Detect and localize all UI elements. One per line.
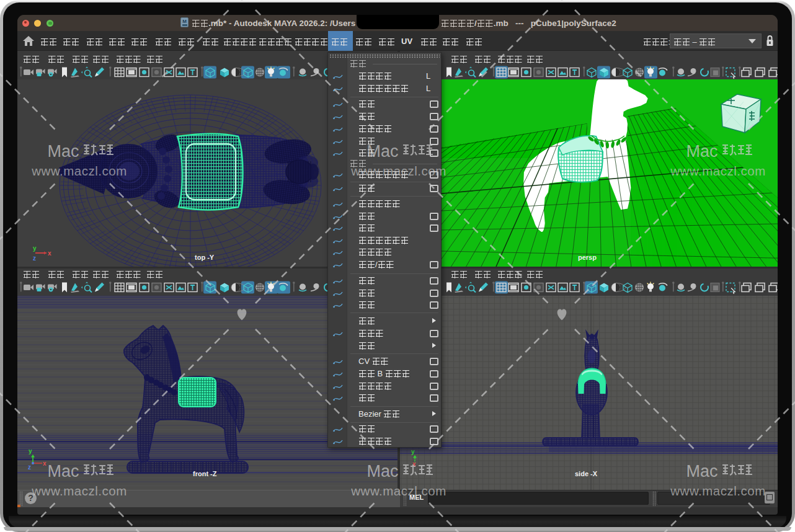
svg-text:side -X: side -X [575, 470, 598, 477]
svg-text:persp: persp [578, 254, 597, 261]
svg-text:y: y [33, 245, 37, 252]
svg-text:z: z [33, 255, 36, 262]
svg-text:y: y [411, 448, 415, 455]
svg-text:top -Y: top -Y [195, 254, 215, 261]
svg-text:x: x [412, 461, 416, 468]
svg-text:x: x [48, 250, 51, 257]
svg-text:x: x [43, 460, 47, 467]
svg-text:front -Z: front -Z [193, 470, 217, 477]
svg-text:y: y [29, 448, 32, 454]
svg-text:z: z [28, 464, 31, 471]
